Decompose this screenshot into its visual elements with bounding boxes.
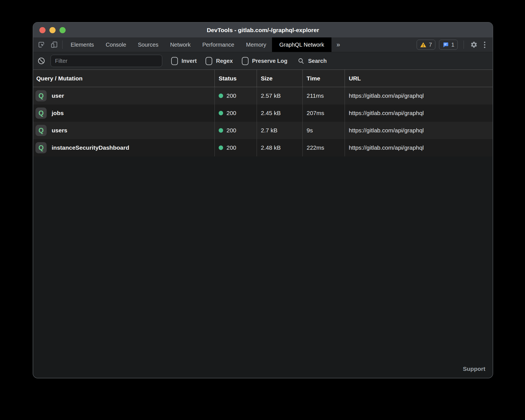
column-header-query: Query / Mutation [33,70,214,87]
request-url: https://gitlab.com/api/graphql [345,87,493,104]
table-row[interactable]: Q instanceSecurityDashboard 200 2.48 kB … [33,139,493,156]
minimize-window-button[interactable] [49,27,56,33]
window-title: DevTools - gitlab.com/-/graphql-explorer [33,27,493,34]
regex-label: Regex [216,58,233,64]
tab-console[interactable]: Console [100,37,132,52]
devtools-tab-bar: Elements Console Sources Network Perform… [33,37,493,52]
settings-gear-icon[interactable] [470,40,478,49]
invert-label: Invert [182,58,197,64]
query-type-badge: Q [35,125,47,136]
table-header-row: Query / Mutation Status Size Time URL [33,70,493,87]
warning-icon [420,42,426,48]
column-header-time: Time [302,70,345,87]
column-header-size: Size [257,70,302,87]
query-name: user [52,92,64,99]
query-type-badge: Q [35,142,47,153]
search-label: Search [308,58,327,64]
query-name: users [52,127,67,134]
tab-network[interactable]: Network [164,37,196,52]
more-options-kebab-icon[interactable] [482,42,488,48]
column-header-status: Status [214,70,257,87]
status-dot [219,128,223,133]
response-time: 207ms [302,104,345,122]
table-row[interactable]: Q user 200 2.57 kB 211ms https://gitlab.… [33,87,493,104]
tab-elements[interactable]: Elements [65,37,100,52]
clear-log-icon[interactable] [37,57,46,65]
response-size: 2.45 kB [257,104,302,122]
filter-input[interactable] [51,55,162,67]
filter-toolbar: Invert Regex Preserve Log Search [33,52,493,70]
status-code: 200 [226,127,236,134]
search-control[interactable]: Search [297,57,327,65]
warnings-count: 7 [429,42,432,48]
warnings-badge[interactable]: 7 [417,40,435,50]
tab-sources[interactable]: Sources [132,37,164,52]
preserve-log-checkbox[interactable] [242,57,249,65]
response-size: 2.48 kB [257,139,302,156]
devtools-window: DevTools - gitlab.com/-/graphql-explorer… [33,22,493,378]
more-tabs-chevron[interactable]: » [331,37,345,52]
empty-results-area: Support [33,156,493,378]
query-type-badge: Q [35,108,47,119]
status-dot [219,111,223,115]
invert-checkbox[interactable] [171,57,178,65]
invert-checkbox-group: Invert [171,57,197,65]
tab-graphql-network[interactable]: GraphQL Network [272,37,331,52]
request-url: https://gitlab.com/api/graphql [345,104,493,122]
response-size: 2.57 kB [257,87,302,104]
table-row[interactable]: Q users 200 2.7 kB 9s https://gitlab.com… [33,122,493,139]
table-row[interactable]: Q jobs 200 2.45 kB 207ms https://gitlab.… [33,104,493,122]
tab-performance[interactable]: Performance [197,37,240,52]
traffic-lights [39,27,66,33]
column-header-url: URL [345,70,493,87]
toolbar-divider [62,40,63,49]
tab-memory[interactable]: Memory [240,37,272,52]
inspect-element-icon[interactable] [37,40,46,49]
preserve-log-label: Preserve Log [252,58,288,64]
response-time: 211ms [302,87,345,104]
status-dot [219,94,223,98]
issues-count: 1 [451,42,454,48]
request-url: https://gitlab.com/api/graphql [345,139,493,156]
status-code: 200 [226,110,236,116]
message-icon [442,42,449,48]
query-type-badge: Q [35,90,47,101]
response-time: 222ms [302,139,345,156]
support-link[interactable]: Support [463,366,485,372]
query-name: jobs [52,110,64,116]
query-name: instanceSecurityDashboard [52,144,129,151]
badge-divider [464,40,464,49]
zoom-window-button[interactable] [59,27,66,33]
issues-badge[interactable]: 1 [439,40,458,50]
close-window-button[interactable] [39,27,46,33]
response-time: 9s [302,122,345,139]
status-code: 200 [226,92,236,99]
response-size: 2.7 kB [257,122,302,139]
device-toolbar-icon[interactable] [50,40,58,49]
status-code: 200 [226,144,236,151]
regex-checkbox[interactable] [206,57,212,65]
search-icon [297,57,305,65]
title-bar: DevTools - gitlab.com/-/graphql-explorer [33,23,493,37]
preserve-log-checkbox-group: Preserve Log [242,57,288,65]
panel-tabs: Elements Console Sources Network Perform… [65,37,345,52]
request-url: https://gitlab.com/api/graphql [345,122,493,139]
regex-checkbox-group: Regex [206,57,233,65]
status-dot [219,145,223,150]
